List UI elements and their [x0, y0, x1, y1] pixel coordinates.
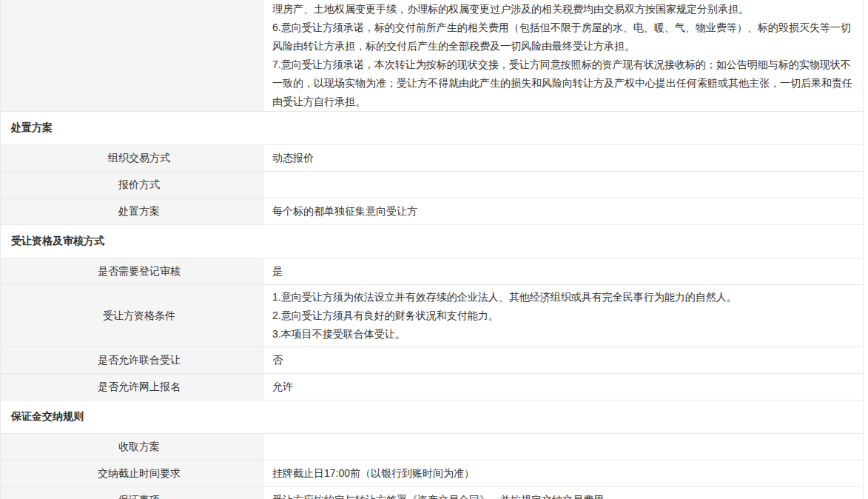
field-value: 受让方应按约定与转让方签署《资产交易合同》，并按规定交纳交易费用。: [263, 487, 863, 499]
terms-continuation-text: 理房产、土地权属变更手续，办理标的权属变更过户涉及的相关税费均由交易双方按国家规…: [263, 0, 863, 111]
field-label: 是否允许联合受让: [1, 347, 263, 373]
table-row-guarantee-matters: 保证事项 受让方应按约定与转让方签署《资产交易合同》，并按规定交纳交易费用。: [1, 487, 863, 499]
section-header-deposit-rules: 保证金交纳规则: [1, 401, 863, 434]
field-label: 交纳截止时间要求: [1, 461, 263, 486]
listing-detail-table: 理房产、土地权属变更手续，办理标的权属变更过户涉及的相关税费均由交易双方按国家规…: [0, 0, 864, 499]
table-row-qualification-conditions: 受让方资格条件 1.意向受让方须为依法设立并有效存续的企业法人、其他经济组织或具…: [1, 285, 863, 347]
table-row-online-signup: 是否允许网上报名 允许: [1, 374, 863, 401]
field-value: [263, 434, 863, 460]
section-header-transferee-qualification: 受让资格及审核方式: [1, 225, 863, 258]
field-label: 是否允许网上报名: [1, 374, 263, 400]
table-row-joint-transfer: 是否允许联合受让 否: [1, 347, 863, 374]
table-row-quote-method: 报价方式: [1, 172, 863, 198]
field-label: 保证事项: [1, 487, 263, 499]
section-header-disposal-plan: 处置方案: [1, 112, 863, 145]
field-value: 否: [263, 347, 863, 373]
empty-field-label: [1, 0, 263, 111]
table-row-terms-continuation: 理房产、土地权属变更手续，办理标的权属变更过户涉及的相关税费均由交易双方按国家规…: [1, 0, 863, 112]
field-label: 是否需要登记审核: [1, 258, 263, 284]
table-row-collection-plan: 收取方案: [1, 434, 863, 461]
field-label: 受让方资格条件: [1, 285, 263, 346]
table-row-registration-review: 是否需要登记审核 是: [1, 258, 863, 285]
table-row-payment-deadline: 交纳截止时间要求 挂牌截止日17:00前（以银行到账时间为准）: [1, 461, 863, 487]
field-value: 是: [263, 258, 863, 284]
field-value: 允许: [263, 374, 863, 400]
field-label: 组织交易方式: [1, 145, 263, 171]
field-label: 处置方案: [1, 198, 263, 224]
field-value: 每个标的都单独征集意向受让方: [263, 198, 863, 224]
field-value: 动态报价: [263, 145, 863, 171]
field-value: 1.意向受让方须为依法设立并有效存续的企业法人、其他经济组织或具有完全民事行为能…: [263, 285, 863, 346]
field-label: 收取方案: [1, 434, 263, 460]
table-row-disposal-plan: 处置方案 每个标的都单独征集意向受让方: [1, 198, 863, 225]
table-row-trade-method: 组织交易方式 动态报价: [1, 145, 863, 172]
field-label: 报价方式: [1, 172, 263, 198]
field-value: 挂牌截止日17:00前（以银行到账时间为准）: [263, 461, 863, 486]
field-value: [263, 172, 863, 198]
